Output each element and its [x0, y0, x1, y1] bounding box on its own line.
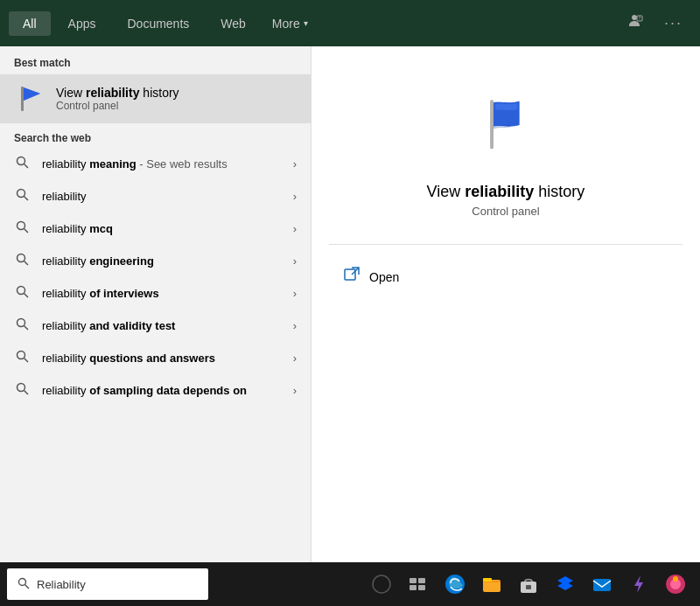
svg-marker-36 [634, 575, 643, 593]
chevron-icon-1: › [293, 190, 297, 203]
svg-line-8 [24, 229, 29, 233]
svg-line-12 [24, 294, 29, 298]
right-panel-title: View reliability history [427, 183, 585, 201]
task-view-icon[interactable] [402, 568, 434, 600]
main-content: Best match View reliability history Cont… [0, 46, 700, 562]
search-icon-0 [14, 156, 32, 172]
svg-rect-27 [418, 585, 425, 590]
best-match-label: Best match [0, 46, 311, 74]
svg-rect-24 [410, 578, 416, 583]
search-icon-6 [14, 350, 32, 366]
best-match-subtitle: Control panel [56, 100, 179, 112]
search-item-3[interactable]: reliability engineering › [0, 245, 311, 277]
svg-rect-2 [21, 87, 24, 111]
chevron-icon-0: › [293, 157, 297, 171]
search-window: All Apps Documents Web More ▾ ? ··· Best… [0, 0, 700, 606]
search-item-text-3: reliability engineering [42, 254, 283, 268]
taskbar-icons [357, 568, 700, 600]
top-nav: All Apps Documents Web More ▾ ? ··· [0, 0, 700, 46]
cortana-icon[interactable] [366, 568, 397, 600]
search-icon-2 [14, 220, 32, 237]
search-item-5[interactable]: reliability and validity test › [0, 310, 311, 342]
nav-tab-more[interactable]: More ▾ [263, 11, 317, 36]
open-icon [343, 266, 360, 288]
search-item-1[interactable]: reliability › [0, 180, 311, 212]
web-section-label: Search the web [0, 123, 311, 148]
chevron-icon-2: › [293, 222, 297, 235]
open-label: Open [369, 270, 399, 284]
edge-icon[interactable] [439, 568, 471, 600]
best-match-title: View reliability history [56, 86, 179, 100]
divider [329, 244, 682, 245]
svg-point-5 [18, 190, 25, 198]
search-item-4[interactable]: reliability of interviews › [0, 277, 311, 310]
nav-tab-web[interactable]: Web [206, 11, 260, 36]
svg-line-14 [24, 326, 29, 331]
mail-icon[interactable] [586, 568, 618, 600]
svg-point-39 [673, 576, 678, 582]
svg-rect-25 [418, 578, 425, 583]
search-icon-3 [14, 253, 32, 269]
svg-line-18 [24, 391, 29, 395]
svg-rect-35 [593, 579, 611, 591]
taskbar-search-box[interactable]: Reliability [7, 568, 208, 600]
search-icon-4 [14, 285, 32, 302]
svg-point-3 [18, 157, 25, 165]
best-match-text: View reliability history Control panel [56, 86, 179, 112]
dropbox-icon[interactable] [550, 568, 581, 600]
svg-line-16 [24, 359, 29, 363]
nav-tab-apps[interactable]: Apps [54, 11, 110, 36]
svg-rect-20 [345, 269, 355, 280]
search-item-7[interactable]: reliability of sampling data depends on … [0, 374, 311, 407]
svg-line-22 [25, 584, 30, 589]
search-icon-1 [14, 188, 32, 205]
chevron-icon-4: › [293, 287, 297, 300]
svg-point-11 [18, 287, 25, 295]
apps-icon[interactable] [660, 568, 691, 600]
svg-point-7 [18, 222, 25, 230]
best-match-item[interactable]: View reliability history Control panel [0, 74, 311, 123]
app-icon [462, 81, 550, 169]
search-item-text-5: reliability and validity test [42, 319, 283, 332]
search-item-text-4: reliability of interviews [42, 287, 283, 300]
nav-tab-documents[interactable]: Documents [113, 11, 203, 36]
svg-rect-19 [490, 100, 494, 149]
svg-point-13 [18, 319, 25, 327]
search-item-text-1: reliability [42, 190, 283, 203]
svg-point-21 [19, 578, 26, 585]
chevron-icon-7: › [293, 384, 297, 397]
search-item-2[interactable]: reliability mcq › [0, 212, 311, 245]
svg-point-17 [18, 384, 25, 392]
taskbar: Reliability [0, 562, 700, 606]
store-icon[interactable] [513, 568, 544, 600]
svg-marker-34 [557, 582, 573, 590]
svg-text:?: ? [638, 16, 640, 21]
search-item-6[interactable]: reliability questions and answers › [0, 342, 311, 374]
chevron-icon-3: › [293, 254, 297, 268]
open-action[interactable]: Open [329, 259, 682, 295]
right-panel-subtitle: Control panel [472, 205, 539, 218]
chevron-icon-6: › [293, 352, 297, 365]
nav-tab-all[interactable]: All [9, 11, 51, 36]
power-icon[interactable] [623, 568, 654, 600]
file-explorer-icon[interactable] [476, 568, 508, 600]
search-item-0[interactable]: reliability meaning - See web results › [0, 148, 311, 180]
svg-line-10 [24, 261, 29, 266]
search-item-text-7: reliability of sampling data depends on [42, 384, 283, 397]
svg-rect-32 [526, 585, 531, 589]
svg-rect-30 [483, 578, 492, 582]
svg-point-23 [373, 575, 390, 593]
svg-line-4 [24, 164, 29, 169]
search-icon-5 [14, 317, 32, 334]
search-item-text-2: reliability mcq [42, 222, 283, 235]
search-item-text-6: reliability questions and answers [42, 352, 283, 365]
left-panel: Best match View reliability history Cont… [0, 46, 311, 562]
chevron-icon-5: › [293, 319, 297, 332]
taskbar-search-icon [18, 577, 30, 592]
svg-point-15 [18, 352, 25, 359]
svg-point-9 [18, 254, 25, 262]
feedback-icon[interactable]: ? [617, 8, 652, 39]
right-panel: View reliability history Control panel O… [311, 46, 700, 562]
search-icon-7 [14, 382, 32, 399]
more-options-icon[interactable]: ··· [655, 9, 691, 38]
